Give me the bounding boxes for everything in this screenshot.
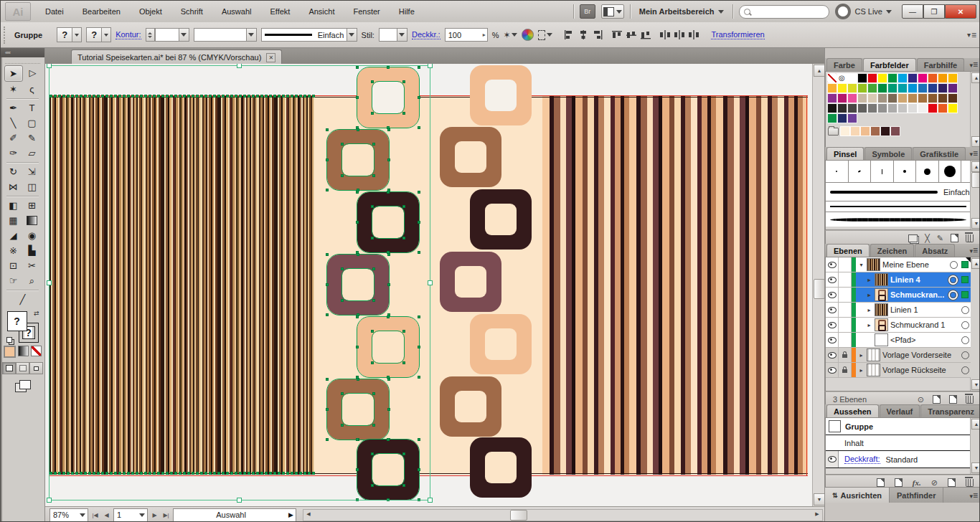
panel-menu-icon[interactable]: ▾≡ [969,60,978,70]
brush-item[interactable] [939,161,962,182]
add-effect-button[interactable]: fx. [913,478,921,487]
close-button[interactable]: ✕ [945,4,976,19]
panel-grip[interactable] [4,27,9,44]
layer-row[interactable]: ▸Vorlage Rückseite [826,363,971,378]
line-tool[interactable]: ╲ [5,115,22,130]
layer-main[interactable]: ▾Meine Ebene [856,257,971,272]
selection-handle[interactable] [47,64,52,68]
swatch[interactable] [847,83,857,93]
swatch[interactable] [860,126,870,136]
chain2-square[interactable] [440,376,501,437]
swatch[interactable] [857,83,867,93]
swatch[interactable] [948,73,958,83]
selection-handle[interactable] [47,498,52,503]
layer-target-icon[interactable] [950,261,958,269]
swatch[interactable] [928,73,938,83]
scroll-left-icon[interactable]: ◀ [303,510,314,519]
tab-pathfinder[interactable]: Pathfinder [890,488,943,503]
visibility-toggle[interactable] [826,451,839,468]
free-transform-tool[interactable]: ◫ [24,179,41,194]
layer-row[interactable]: ▸Schmuckrand 1 [826,318,971,333]
distribute-left-button[interactable] [659,29,671,41]
menu-schrift[interactable]: Schrift [172,4,212,19]
tools-collapse-button[interactable]: «« [1,48,44,57]
width-tool[interactable]: ⋈ [5,179,22,194]
pencil-tool[interactable]: ✎ [24,130,41,146]
opacity-combo[interactable]: 100▸ [445,28,488,42]
align-bottom-button[interactable] [639,29,651,41]
swatch[interactable] [857,103,867,113]
shape-builder-tool[interactable]: ◧ [5,198,22,213]
layer-main[interactable]: <Pfad> [856,333,971,347]
color-button[interactable] [4,346,16,358]
selection-handle[interactable] [47,280,52,285]
brush-item[interactable] [916,161,939,182]
delete-layer-button[interactable] [966,396,974,404]
status-display[interactable]: Auswahl▶ [173,508,296,522]
selection-tool[interactable]: ➤ [4,65,23,82]
swatch[interactable] [928,83,938,93]
swatch[interactable] [918,73,928,83]
swatch[interactable] [877,73,887,83]
menu-auswahl[interactable]: Auswahl [213,4,260,19]
canvas[interactable]: ▲ ▼ [45,64,824,506]
chain1-square[interactable] [327,379,389,440]
last-artboard-button[interactable]: ▶| [161,510,171,520]
tab-transparenz[interactable]: Transparenz [920,404,980,417]
chain1-square[interactable] [357,192,419,252]
swatch[interactable] [908,83,918,93]
document-tab[interactable]: Tutorial Speisekarten.ai* bei 87 % (CMYK… [71,49,282,65]
scroll-right-icon[interactable]: ▶ [812,510,822,519]
swatch[interactable] [867,93,877,103]
lock-toggle[interactable] [839,333,852,347]
swatch[interactable] [847,93,857,103]
swatch[interactable] [847,113,857,123]
scroll-down-icon[interactable]: ▼ [971,136,980,147]
workspace-switcher[interactable]: Mein Arbeitsbereich [636,7,727,16]
swatch[interactable] [908,93,918,103]
chain2-square[interactable] [470,437,532,498]
clear-appearance-button[interactable]: ⊘ [931,478,938,488]
mesh-tool[interactable]: ▦ [5,213,22,228]
swatch[interactable] [850,126,860,136]
lock-toggle[interactable] [839,257,852,272]
draw-normal-button[interactable] [2,362,16,374]
draw-behind-button[interactable] [16,362,29,374]
search-input[interactable] [739,5,829,19]
magic-wand-tool[interactable]: ✶ [5,82,22,97]
tab-grafikstile[interactable]: Grafikstile [913,147,966,160]
swatch[interactable] [918,93,928,103]
direct-selection-tool[interactable]: ▷ [24,65,42,80]
swatch[interactable] [847,73,857,83]
layer-name[interactable]: Schmuckrand 1 [890,321,959,329]
swatch[interactable] [948,83,958,93]
chain2-square[interactable] [470,314,532,374]
tab-farbhilfe[interactable]: Farbhilfe [917,58,964,71]
swatch[interactable] [847,103,857,113]
swatch[interactable] [827,113,837,123]
layer-row[interactable]: ▾Meine Ebene [826,257,971,272]
swatch-registration[interactable] [837,73,847,83]
document-close-icon[interactable]: ✕ [266,53,275,62]
default-fill-stroke-icon[interactable] [6,337,14,344]
swatch[interactable] [948,93,958,103]
swatch[interactable] [827,103,837,113]
minimize-button[interactable]: — [902,4,923,19]
fill-color-dropdown[interactable] [72,27,82,42]
panel-menu-icon[interactable]: ▾≡ [969,490,978,500]
brush-item-line[interactable] [826,201,971,212]
delete-item-button[interactable] [966,479,974,487]
chain2-square[interactable] [440,252,501,312]
brush-item[interactable] [871,161,894,182]
tab-symbole[interactable]: Symbole [864,147,912,160]
menu-fenster[interactable]: Fenster [344,4,388,19]
lock-toggle[interactable] [839,363,852,377]
swatch[interactable] [887,93,897,103]
swatch[interactable] [870,126,880,136]
visibility-toggle[interactable] [826,333,839,347]
disclosure-triangle-icon[interactable]: ▾ [858,262,864,268]
swatch[interactable] [928,103,938,113]
swatch[interactable] [857,73,867,83]
remove-brush-stroke-button[interactable]: ╳ [925,234,930,243]
layer-row[interactable]: ▸Schmuckran... [826,288,971,303]
